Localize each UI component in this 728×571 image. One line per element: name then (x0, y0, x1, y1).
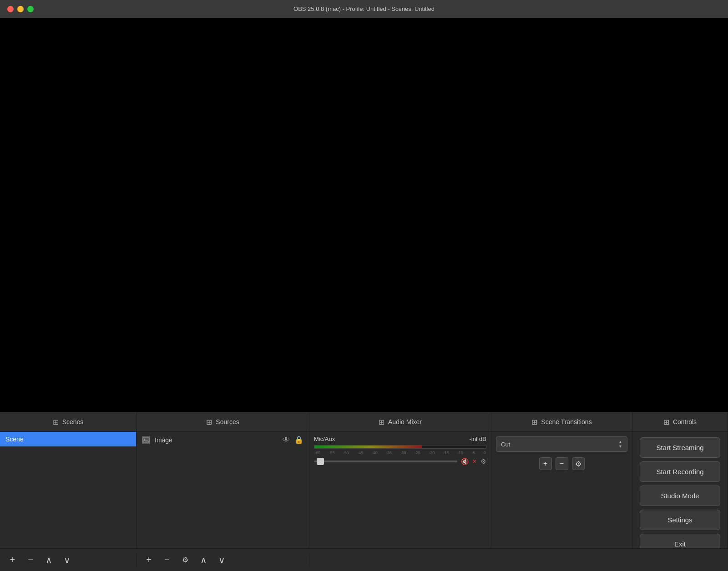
audio-controls-row: 🔇 ✕ ⚙ (314, 458, 486, 465)
svg-rect-0 (143, 437, 149, 443)
sources-settings-button[interactable]: ⚙ (178, 553, 192, 567)
transition-add-button[interactable]: + (539, 457, 552, 470)
transition-arrows-icon: ▲ ▼ (618, 440, 622, 449)
sources-panel: Image 👁 🔒 (136, 432, 309, 548)
scenes-panel: Scene (0, 432, 136, 548)
transition-current-label: Cut (501, 441, 510, 448)
start-streaming-button[interactable]: Start Streaming (640, 437, 720, 458)
controls-dock-icon: ⊞ (663, 418, 669, 426)
audio-panel: Mic/Aux -inf dB -60 -55 -50 -45 -40 -35 … (309, 432, 491, 548)
scenes-remove-button[interactable]: − (24, 553, 37, 567)
transitions-panel: Cut ▲ ▼ + − ⚙ (491, 432, 632, 548)
controls-header-label: Controls (673, 418, 697, 426)
panel-toolbar: + − ∧ ∨ + − ⚙ ∧ ∨ (0, 548, 728, 571)
mute-x-icon[interactable]: ✕ (472, 458, 477, 465)
transitions-dock-icon: ⊞ (531, 418, 537, 426)
transition-buttons: + − ⚙ (491, 457, 632, 470)
sources-dock-icon: ⊞ (206, 418, 212, 426)
preview-canvas (0, 18, 728, 412)
audio-channel-name: Mic/Aux (314, 436, 335, 442)
minimize-button[interactable] (17, 6, 24, 12)
transition-remove-button[interactable]: − (556, 457, 568, 470)
sources-move-down-button[interactable]: ∨ (215, 553, 228, 567)
start-recording-button[interactable]: Start Recording (640, 461, 720, 482)
audio-channel-settings-button[interactable]: ⚙ (480, 458, 486, 465)
window-title: OBS 25.0.8 (mac) - Profile: Untitled - S… (293, 5, 435, 12)
exit-button[interactable]: Exit (640, 534, 720, 548)
scenes-dock-icon: ⊞ (53, 418, 59, 426)
scenes-toolbar: + − ∧ ∨ (0, 553, 136, 567)
sources-remove-button[interactable]: − (160, 553, 174, 567)
panel-content-row: Scene Image 👁 🔒 Mic/Aux (0, 432, 728, 548)
scenes-move-down-button[interactable]: ∨ (60, 553, 74, 567)
controls-panel: Start Streaming Start Recording Studio M… (632, 432, 728, 548)
scenes-add-button[interactable]: + (5, 553, 19, 567)
mute-button[interactable]: 🔇 (461, 458, 469, 465)
volume-knob[interactable] (317, 458, 324, 465)
scenes-panel-header: ⊞ Scenes (0, 412, 136, 431)
sources-header-label: Sources (216, 418, 239, 426)
scenes-header-label: Scenes (62, 418, 84, 426)
controls-buttons-container: Start Streaming Start Recording Studio M… (632, 432, 728, 548)
source-lock-toggle[interactable]: 🔒 (294, 436, 303, 444)
transition-dropdown[interactable]: Cut ▲ ▼ (496, 436, 627, 452)
sources-toolbar: + − ⚙ ∧ ∨ (136, 553, 309, 567)
audio-header-label: Audio Mixer (388, 418, 422, 426)
panel-headers: ⊞ Scenes ⊞ Sources ⊞ Audio Mixer ⊞ Scene… (0, 412, 728, 432)
sources-panel-header: ⊞ Sources (136, 412, 309, 431)
audio-dock-icon: ⊞ (379, 418, 384, 426)
volume-slider[interactable] (314, 461, 457, 462)
audio-channel-mic: Mic/Aux -inf dB -60 -55 -50 -45 -40 -35 … (309, 432, 491, 469)
transition-settings-button[interactable]: ⚙ (572, 457, 585, 470)
audio-meter-scale: -60 -55 -50 -45 -40 -35 -30 -25 -20 -15 … (314, 451, 486, 455)
sources-add-button[interactable]: + (142, 553, 156, 567)
audio-meter (314, 445, 486, 449)
audio-channel-header: Mic/Aux -inf dB (314, 436, 486, 442)
audio-panel-header: ⊞ Audio Mixer (309, 412, 491, 431)
window-controls[interactable] (7, 6, 34, 12)
studio-mode-button[interactable]: Studio Mode (640, 486, 720, 506)
image-source-icon (142, 436, 150, 444)
source-visibility-toggle[interactable]: 👁 (283, 436, 290, 444)
svg-point-1 (144, 438, 146, 440)
source-name: Image (155, 436, 278, 444)
sources-move-up-button[interactable]: ∧ (197, 553, 210, 567)
audio-channel-db: -inf dB (469, 436, 486, 442)
scene-item[interactable]: Scene (0, 432, 136, 446)
scenes-move-up-button[interactable]: ∧ (42, 553, 56, 567)
close-button[interactable] (7, 6, 14, 12)
controls-panel-header: ⊞ Controls (632, 412, 728, 431)
transitions-panel-header: ⊞ Scene Transitions (491, 412, 632, 431)
source-item: Image 👁 🔒 (136, 432, 309, 448)
bottom-panel: ⊞ Scenes ⊞ Sources ⊞ Audio Mixer ⊞ Scene… (0, 412, 728, 571)
titlebar: OBS 25.0.8 (mac) - Profile: Untitled - S… (0, 0, 728, 18)
settings-button[interactable]: Settings (640, 510, 720, 530)
maximize-button[interactable] (27, 6, 34, 12)
transitions-header-label: Scene Transitions (541, 418, 592, 426)
